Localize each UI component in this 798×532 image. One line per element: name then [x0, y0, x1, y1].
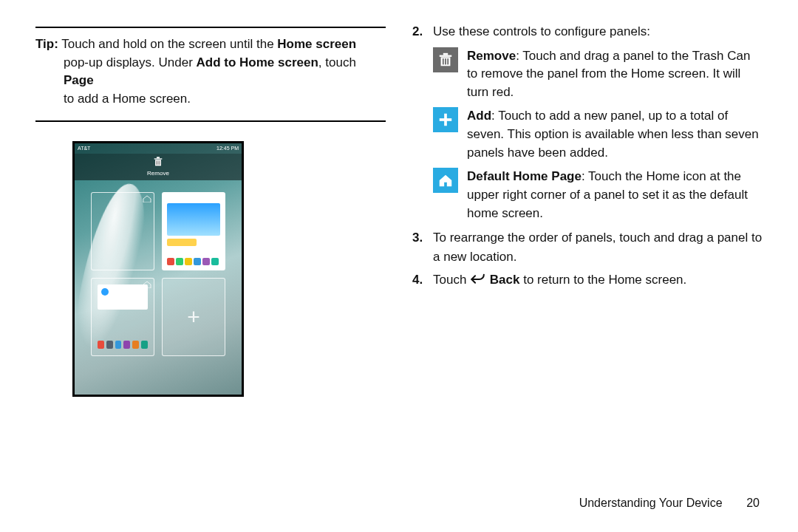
back-icon — [470, 272, 486, 284]
step-text: to return to the Home screen. — [519, 273, 686, 287]
tip-rule-top — [35, 27, 386, 28]
home-icon — [433, 168, 458, 193]
control-title: Default Home Page — [467, 169, 582, 183]
tip-text: to add a Home screen. — [64, 92, 191, 106]
svg-rect-8 — [443, 52, 448, 55]
svg-rect-5 — [160, 160, 160, 164]
panel-thumb-main — [162, 192, 225, 270]
home-filled-icon — [214, 195, 222, 202]
svg-rect-4 — [157, 160, 158, 164]
panel-thumb — [91, 278, 154, 356]
control-desc: : Touch to add a new panel, up to a tota… — [467, 109, 759, 159]
svg-rect-3 — [156, 160, 157, 164]
plus-icon — [433, 107, 458, 132]
page-footer: Understanding Your Device 20 — [579, 497, 760, 510]
step-number: 2. — [412, 22, 433, 41]
trash-icon — [433, 47, 458, 72]
home-outline-icon — [143, 195, 151, 202]
svg-rect-9 — [443, 58, 444, 64]
tip-home-screen: Home screen — [277, 37, 356, 51]
svg-rect-13 — [440, 119, 452, 122]
back-label: Back — [490, 273, 520, 287]
step-text: To rearrange the order of panels, touch … — [433, 228, 763, 266]
dock-icons — [167, 256, 220, 267]
control-title: Add — [467, 109, 491, 123]
control-add: Add: Touch to add a new panel, up to a t… — [433, 107, 763, 162]
control-default-home: Default Home Page: Touch the Home icon a… — [433, 168, 763, 222]
control-remove: Remove: Touch and drag a panel to the Tr… — [433, 47, 763, 102]
list-item: 3. To rearrange the order of panels, tou… — [412, 228, 763, 266]
list-item: 4. Touch Back to return to the Home scre… — [412, 270, 763, 290]
phone-remove-zone: Remove — [75, 154, 242, 180]
tip-page: Page — [64, 73, 94, 87]
tip-label: Tip: — [35, 37, 58, 51]
tip-text: pop-up displays. Under — [64, 55, 197, 69]
panel-add: + — [162, 278, 225, 356]
phone-statusbar: AT&T 12:45 PM — [75, 143, 242, 154]
svg-rect-2 — [157, 157, 160, 158]
tip-add-to-home: Add to Home screen — [197, 55, 318, 69]
svg-rect-11 — [447, 58, 449, 64]
panel-thumb — [91, 192, 154, 270]
time-label: 12:45 PM — [216, 146, 239, 151]
step-number: 4. — [412, 270, 433, 290]
phone-screenshot: AT&T 12:45 PM Remove — [72, 141, 386, 397]
dock-icons — [98, 341, 148, 351]
tip-text: , touch — [318, 55, 356, 69]
phone-remove-label: Remove — [75, 171, 242, 177]
tip-text: Touch and hold on the screen until the — [58, 37, 277, 51]
carrier-label: AT&T — [78, 146, 90, 151]
footer-page-number: 20 — [726, 497, 760, 510]
step-text: Use these controls to configure panels: — [433, 22, 763, 41]
svg-rect-10 — [445, 58, 446, 64]
control-title: Remove — [467, 49, 516, 63]
svg-rect-7 — [440, 55, 452, 56]
step-number: 3. — [412, 228, 433, 266]
tip-block: Tip: Touch and hold on the screen until … — [35, 35, 386, 116]
trash-icon — [152, 156, 164, 171]
tip-rule-bottom — [35, 120, 386, 122]
step-text: Touch — [433, 273, 470, 287]
footer-section: Understanding Your Device — [579, 497, 723, 509]
svg-rect-1 — [154, 158, 163, 159]
list-item: 2. Use these controls to configure panel… — [412, 22, 763, 41]
